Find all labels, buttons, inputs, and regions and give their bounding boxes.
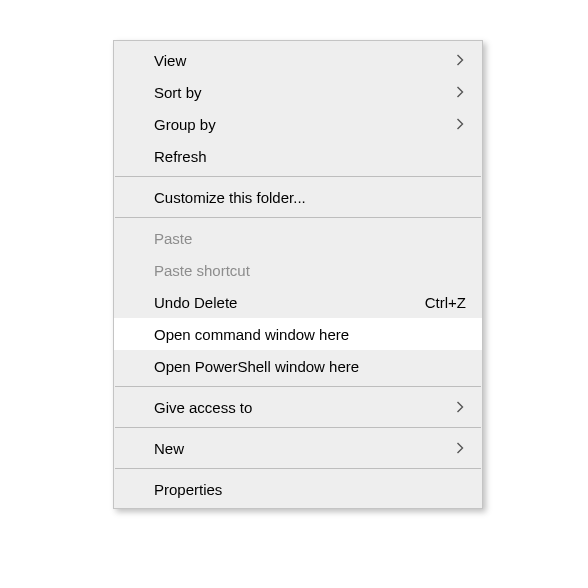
menu-separator <box>115 386 481 387</box>
menu-separator <box>115 427 481 428</box>
chevron-right-icon <box>454 118 466 130</box>
menu-item-new[interactable]: New <box>114 432 482 464</box>
menu-item-customize-folder[interactable]: Customize this folder... <box>114 181 482 213</box>
menu-item-label: Refresh <box>154 148 466 165</box>
menu-item-paste-shortcut: Paste shortcut <box>114 254 482 286</box>
menu-item-label: View <box>154 52 438 69</box>
menu-item-open-powershell[interactable]: Open PowerShell window here <box>114 350 482 382</box>
menu-item-refresh[interactable]: Refresh <box>114 140 482 172</box>
menu-item-label: Paste shortcut <box>154 262 466 279</box>
chevron-right-icon <box>454 54 466 66</box>
menu-item-sort-by[interactable]: Sort by <box>114 76 482 108</box>
menu-item-undo-delete[interactable]: Undo Delete Ctrl+Z <box>114 286 482 318</box>
menu-item-view[interactable]: View <box>114 44 482 76</box>
menu-separator <box>115 468 481 469</box>
menu-separator <box>115 217 481 218</box>
menu-item-label: Undo Delete <box>154 294 409 311</box>
menu-item-label: Sort by <box>154 84 438 101</box>
menu-item-label: Paste <box>154 230 466 247</box>
menu-separator <box>115 176 481 177</box>
menu-item-label: Give access to <box>154 399 438 416</box>
chevron-right-icon <box>454 86 466 98</box>
menu-item-label: Customize this folder... <box>154 189 466 206</box>
menu-item-label: Open command window here <box>154 326 466 343</box>
menu-item-label: Group by <box>154 116 438 133</box>
chevron-right-icon <box>454 442 466 454</box>
menu-item-label: Properties <box>154 481 466 498</box>
menu-item-paste: Paste <box>114 222 482 254</box>
menu-item-group-by[interactable]: Group by <box>114 108 482 140</box>
menu-item-label: New <box>154 440 438 457</box>
menu-item-label: Open PowerShell window here <box>154 358 466 375</box>
menu-item-shortcut: Ctrl+Z <box>425 294 466 311</box>
menu-item-open-command-window[interactable]: Open command window here <box>114 318 482 350</box>
menu-item-give-access-to[interactable]: Give access to <box>114 391 482 423</box>
context-menu: View Sort by Group by Refresh Customize … <box>113 40 483 509</box>
menu-item-properties[interactable]: Properties <box>114 473 482 505</box>
chevron-right-icon <box>454 401 466 413</box>
